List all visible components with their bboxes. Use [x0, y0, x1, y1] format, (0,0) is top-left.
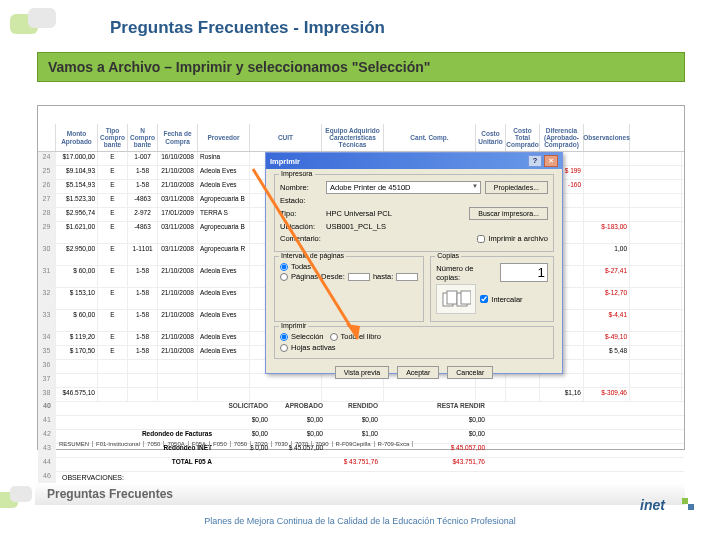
sheet-tab[interactable]: F05A	[189, 441, 210, 447]
sheet-tab[interactable]: R-F09Cepilla	[333, 441, 375, 447]
slide: Preguntas Frecuentes - Impresión Vamos a…	[0, 0, 720, 540]
collate-icon	[436, 284, 476, 314]
summary-header: 40 SOLICITADO APROBADO RENDIDO RESTA REN…	[38, 402, 684, 416]
range-all-radio[interactable]: Todas	[280, 262, 418, 271]
collate-check[interactable]: Intercalar	[480, 295, 522, 304]
cancel-button[interactable]: Cancelar	[447, 366, 493, 379]
page-title: Preguntas Frecuentes - Impresión	[110, 18, 385, 38]
svg-rect-11	[682, 498, 688, 504]
header-cant: Cant. Comp.	[384, 124, 476, 151]
svg-rect-1	[28, 8, 56, 28]
header-tipo: Tipo Compro bante	[98, 124, 128, 151]
range-group: Intervalo de páginas Todas Páginas Desde…	[274, 256, 424, 322]
header-unit: Costo Unitario	[476, 124, 506, 151]
header-cuit: CUIT	[250, 124, 322, 151]
sheet-tab[interactable]: F01-Institucional	[93, 441, 144, 447]
copies-group: Copias Número de copias: Intercalar	[430, 256, 554, 322]
svg-rect-5	[461, 291, 471, 304]
spreadsheet-screenshot: Monto Aprobado Tipo Compro bante N Compr…	[37, 105, 685, 450]
dialog-title: Imprimir	[270, 157, 300, 166]
header-dif: Diferencia (Aprobado-Comprado)	[540, 124, 584, 151]
sheet-tab[interactable]: 7050A	[164, 441, 188, 447]
ok-button[interactable]: Aceptar	[397, 366, 439, 379]
help-icon[interactable]: ?	[528, 155, 542, 167]
sheet-tab[interactable]: 7050	[231, 441, 251, 447]
footer-bar: Preguntas Frecuentes	[35, 483, 685, 505]
header-obs: Observaciones	[584, 124, 630, 151]
header-prov: Proveedor	[198, 124, 250, 151]
summary-row: 41$0,00$0,00$0,00$0,00	[38, 416, 684, 430]
footer-caption: Planes de Mejora Continua de la Calidad …	[0, 516, 720, 526]
header-equipo: Equipo Adquirido Características Técnica…	[322, 124, 384, 151]
row-num-head	[38, 124, 56, 151]
table-row: 38$46.575,10$1,16$-309,46	[38, 388, 684, 402]
inet-logo: inet	[638, 494, 698, 518]
print-dialog: Imprimir ? × Impresora Nombre: Adobe Pri…	[265, 152, 563, 374]
svg-rect-3	[447, 291, 457, 304]
print-to-file-check[interactable]: Imprimir a archivo	[477, 234, 548, 243]
header-monto: Monto Aprobado	[56, 124, 98, 151]
summary-row: 44TOTAL F05 A$ 43.751,76$43.751,76	[38, 458, 684, 472]
window-controls: ? ×	[528, 155, 558, 167]
sheet-tabs[interactable]: RESUMENF01-Institucional70507050AF05AF05…	[56, 441, 413, 447]
printer-select[interactable]: Adobe Printer de 4510D	[326, 181, 481, 194]
sheet-tab[interactable]: 7030	[272, 441, 292, 447]
svg-rect-9	[10, 486, 32, 502]
sheet-tab[interactable]: 7070	[292, 441, 312, 447]
footer-label: Preguntas Frecuentes	[47, 487, 173, 501]
copies-input[interactable]	[500, 263, 548, 282]
instruction-text: Vamos a Archivo – Imprimir y seleccionam…	[48, 59, 430, 75]
close-icon[interactable]: ×	[544, 155, 558, 167]
title-accent	[0, 0, 70, 40]
dialog-titlebar: Imprimir ? ×	[266, 153, 562, 169]
find-printer-button[interactable]: Buscar impresora...	[469, 207, 548, 220]
column-headers: Monto Aprobado Tipo Compro bante N Compr…	[38, 124, 684, 152]
printer-group: Impresora Nombre: Adobe Printer de 4510D…	[274, 174, 554, 252]
selection-radio[interactable]: Selección	[280, 332, 324, 341]
sheet-tab[interactable]: R-709-Exca	[375, 441, 414, 447]
active-sheets-radio[interactable]: Hojas activas	[280, 343, 548, 352]
instruction-bar: Vamos a Archivo – Imprimir y seleccionam…	[37, 52, 685, 82]
sheet-tab[interactable]: F050	[210, 441, 231, 447]
properties-button[interactable]: Propiedades...	[485, 181, 548, 194]
sheet-tab[interactable]: 7020	[251, 441, 271, 447]
sheet-tab[interactable]: RESUMEN	[56, 441, 93, 447]
range-pages-radio[interactable]: Páginas Desde: hasta:	[280, 272, 418, 281]
header-total: Costo Total Comprado	[506, 124, 540, 151]
svg-rect-12	[688, 504, 694, 510]
sheet-tab[interactable]: 7090	[312, 441, 332, 447]
preview-button[interactable]: Vista previa	[335, 366, 389, 379]
header-fecha: Fecha de Compra	[158, 124, 198, 151]
sheet-tab[interactable]: 7050	[144, 441, 164, 447]
print-what-group: Imprimir Selección Todo el libro Hojas a…	[274, 326, 554, 359]
header-n: N Compro bante	[128, 124, 158, 151]
svg-text:inet: inet	[640, 497, 666, 513]
book-radio[interactable]: Todo el libro	[330, 332, 381, 341]
